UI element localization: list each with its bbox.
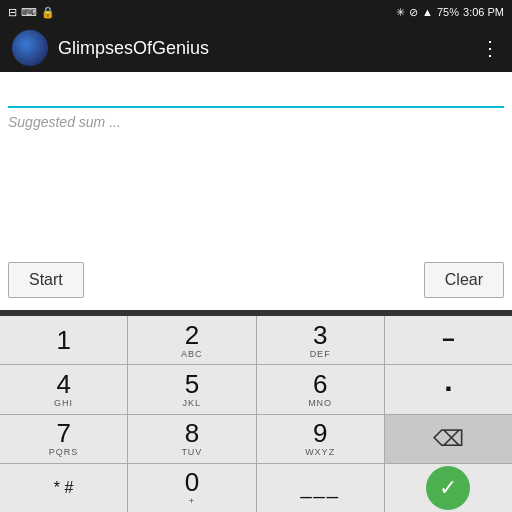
- keypad: 1 2 ABC 3 DEF − 4 GHI 5 JKL 6 MNO ·: [0, 316, 512, 512]
- status-bar: ⊟ ⌨ 🔒 ✳ ⊘ ▲ 75% 3:06 PM: [0, 0, 512, 24]
- keyboard-icon: ⌨: [21, 6, 37, 19]
- sim-icon: ⊟: [8, 6, 17, 19]
- key-star-hash[interactable]: * #: [0, 464, 127, 512]
- app-title: GlimpsesOfGenius: [58, 38, 480, 59]
- time-text: 3:06 PM: [463, 6, 504, 18]
- battery-text: 75%: [437, 6, 459, 18]
- key-enter[interactable]: ✓: [385, 464, 512, 512]
- status-left-icons: ⊟ ⌨ 🔒: [8, 6, 55, 19]
- key-9[interactable]: 9 WXYZ: [257, 415, 384, 463]
- bluetooth-icon: ✳: [396, 6, 405, 19]
- key-7[interactable]: 7 PQRS: [0, 415, 127, 463]
- key-minus[interactable]: −: [385, 316, 512, 364]
- signal-icon: ▲: [422, 6, 433, 18]
- key-5[interactable]: 5 JKL: [128, 365, 255, 413]
- sum-input[interactable]: [8, 80, 504, 108]
- clear-button[interactable]: Clear: [424, 262, 504, 298]
- key-4[interactable]: 4 GHI: [0, 365, 127, 413]
- key-underscore[interactable]: ___: [257, 464, 384, 512]
- key-6[interactable]: 6 MNO: [257, 365, 384, 413]
- app-logo: [12, 30, 48, 66]
- key-backspace[interactable]: ⌫: [385, 415, 512, 463]
- lock-icon: 🔒: [41, 6, 55, 19]
- overflow-menu-icon[interactable]: ⋮: [480, 36, 500, 60]
- key-8[interactable]: 8 TUV: [128, 415, 255, 463]
- key-3[interactable]: 3 DEF: [257, 316, 384, 364]
- status-right-icons: ✳ ⊘ ▲ 75% 3:06 PM: [396, 6, 504, 19]
- action-buttons: Start Clear: [8, 254, 504, 302]
- main-content: Suggested sum ... Start Clear: [0, 72, 512, 310]
- key-0[interactable]: 0 +: [128, 464, 255, 512]
- key-1[interactable]: 1: [0, 316, 127, 364]
- start-button[interactable]: Start: [8, 262, 84, 298]
- suggested-label: Suggested sum ...: [8, 114, 504, 130]
- key-2[interactable]: 2 ABC: [128, 316, 255, 364]
- app-bar: GlimpsesOfGenius ⋮: [0, 24, 512, 72]
- no-sim-icon: ⊘: [409, 6, 418, 19]
- key-dot[interactable]: ·: [385, 365, 512, 413]
